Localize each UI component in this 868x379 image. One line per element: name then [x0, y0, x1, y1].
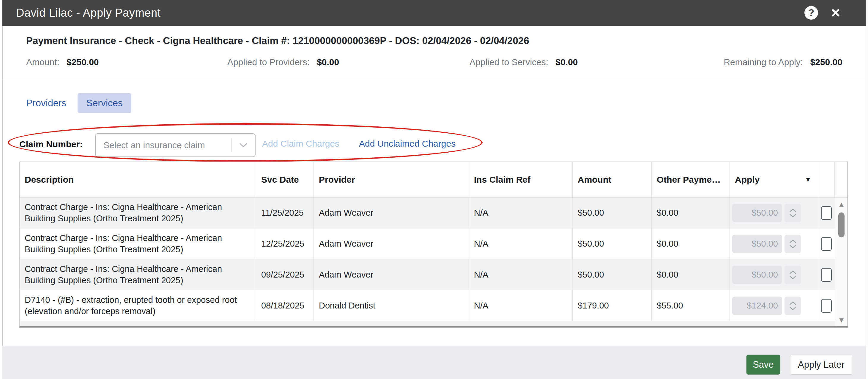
table-body: Contract Charge - Ins: Cigna Healthcare …: [20, 198, 847, 326]
modal-right-border: [866, 0, 866, 379]
insurance-claim-select-placeholder: Select an insurance claim: [103, 140, 231, 150]
apply-amount-stepper[interactable]: [784, 235, 801, 253]
cell-provider: Adam Weaver: [314, 229, 469, 259]
col-header-other-payments[interactable]: Other Payme…: [652, 162, 730, 197]
cell-amount: $50.00: [572, 259, 652, 290]
apply-amount-stepper[interactable]: [784, 297, 801, 315]
cell-amount: $50.00: [572, 229, 652, 259]
tab-services[interactable]: Services: [78, 93, 131, 113]
applied-services-value: $0.00: [555, 57, 578, 67]
stepper-down-icon: [789, 245, 796, 249]
table-row: Contract Charge - Ins: Cigna Healthcare …: [20, 229, 847, 259]
row-checkbox[interactable]: [821, 237, 832, 251]
cell-description: D7140 - (#B) - extraction, erupted tooth…: [20, 290, 256, 321]
col-header-ins-claim-ref[interactable]: Ins Claim Ref: [469, 162, 572, 197]
stepper-up-icon: [789, 301, 796, 305]
cell-apply: $50.00: [730, 198, 818, 228]
applied-providers-field: Applied to Providers: $0.00: [227, 57, 339, 67]
dialog-footer: Save Apply Later: [2, 346, 866, 379]
cell-ins-claim-ref: N/A: [469, 198, 572, 228]
amount-label: Amount:: [26, 57, 59, 67]
col-header-apply[interactable]: Apply ▼: [730, 162, 818, 197]
apply-amount-input[interactable]: $124.00: [732, 297, 782, 315]
scrollbar-up-icon[interactable]: ▲: [835, 200, 847, 209]
scrollbar-thumb[interactable]: [838, 212, 844, 237]
table-header-row: Description Svc Date Provider Ins Claim …: [20, 162, 847, 198]
table-row-partial: [20, 321, 847, 326]
cell-provider: Donald Dentist: [314, 290, 469, 321]
apply-column-menu-icon[interactable]: ▼: [805, 176, 811, 183]
col-header-description[interactable]: Description: [20, 162, 256, 197]
window-titlebar: David Lilac - Apply Payment: [2, 0, 866, 26]
payment-summary-title: Payment Insurance - Check - Cigna Health…: [26, 35, 529, 47]
claim-number-label: Claim Number:: [19, 139, 83, 149]
applied-services-field: Applied to Services: $0.00: [469, 57, 578, 67]
cell-checkbox: [818, 229, 835, 259]
cell-provider: Adam Weaver: [314, 259, 469, 290]
cell-description: Contract Charge - Ins: Cigna Healthcare …: [20, 259, 256, 290]
col-header-scrollbar-spacer: [835, 162, 847, 197]
table-row: Contract Charge - Ins: Cigna Healthcare …: [20, 259, 847, 290]
apply-amount-stepper[interactable]: [784, 204, 801, 222]
table-row: Contract Charge - Ins: Cigna Healthcare …: [20, 198, 847, 229]
cell-apply: $50.00: [730, 229, 818, 259]
apply-later-button[interactable]: Apply Later: [790, 355, 852, 375]
apply-amount-stepper[interactable]: [784, 266, 801, 284]
close-icon[interactable]: ×: [828, 4, 844, 22]
summary-divider: [2, 80, 866, 80]
col-header-provider[interactable]: Provider: [314, 162, 469, 197]
cell-amount: $179.00: [572, 290, 652, 321]
cell-ins-claim-ref: N/A: [469, 259, 572, 290]
applied-providers-value: $0.00: [317, 57, 339, 67]
stepper-up-icon: [789, 208, 796, 212]
cell-amount: $50.00: [572, 198, 652, 228]
apply-amount-input[interactable]: $50.00: [732, 235, 782, 253]
tab-bar: Providers Services: [26, 93, 131, 113]
table-row: D7140 - (#B) - extraction, erupted tooth…: [20, 290, 847, 321]
cell-svc-date: 11/25/2025: [256, 198, 314, 228]
col-header-svc-date[interactable]: Svc Date: [256, 162, 314, 197]
row-checkbox[interactable]: [821, 206, 832, 220]
save-button[interactable]: Save: [746, 355, 780, 375]
cell-ins-claim-ref: N/A: [469, 290, 572, 321]
amount-field: Amount: $250.00: [26, 57, 99, 67]
col-header-amount[interactable]: Amount: [572, 162, 652, 197]
stepper-down-icon: [789, 307, 796, 310]
remaining-value: $250.00: [810, 57, 842, 67]
applied-services-label: Applied to Services:: [469, 57, 548, 67]
cell-svc-date: 09/25/2025: [256, 259, 314, 290]
apply-amount-input[interactable]: $50.00: [732, 266, 782, 284]
apply-amount-input[interactable]: $50.00: [732, 204, 782, 222]
help-icon[interactable]: ?: [804, 6, 818, 20]
add-claim-charges-link: Add Claim Charges: [262, 139, 339, 149]
stepper-down-icon: [789, 276, 796, 279]
stepper-up-icon: [789, 270, 796, 274]
amount-value: $250.00: [67, 57, 99, 67]
row-checkbox[interactable]: [821, 299, 832, 313]
cell-svc-date: 12/25/2025: [256, 229, 314, 259]
remaining-field: Remaining to Apply: $250.00: [723, 57, 842, 67]
insurance-claim-select[interactable]: Select an insurance claim: [95, 133, 255, 157]
col-header-checkbox-spacer: [818, 162, 835, 197]
table-scrollbar[interactable]: ▲ ▼: [835, 198, 847, 326]
tab-providers[interactable]: Providers: [26, 97, 66, 109]
cell-checkbox: [818, 198, 835, 228]
cell-other-payments: $0.00: [652, 198, 730, 228]
add-unclaimed-charges-link[interactable]: Add Unclaimed Charges: [359, 139, 456, 149]
window-title: David Lilac - Apply Payment: [16, 6, 161, 19]
applied-providers-label: Applied to Providers:: [227, 57, 310, 67]
cell-description: Contract Charge - Ins: Cigna Healthcare …: [20, 229, 256, 259]
cell-provider: Adam Weaver: [314, 198, 469, 228]
scrollbar-down-icon[interactable]: ▼: [835, 315, 847, 325]
cell-apply: $50.00: [730, 259, 818, 290]
cell-apply: $124.00: [730, 290, 818, 321]
stepper-up-icon: [789, 239, 796, 243]
stepper-down-icon: [789, 214, 796, 217]
remaining-label: Remaining to Apply:: [723, 57, 803, 67]
cell-ins-claim-ref: N/A: [469, 229, 572, 259]
chevron-down-icon: [232, 143, 255, 148]
row-checkbox[interactable]: [821, 268, 832, 282]
cell-svc-date: 08/18/2025: [256, 290, 314, 321]
cell-other-payments: $55.00: [652, 290, 730, 321]
cell-description: Contract Charge - Ins: Cigna Healthcare …: [20, 198, 256, 228]
